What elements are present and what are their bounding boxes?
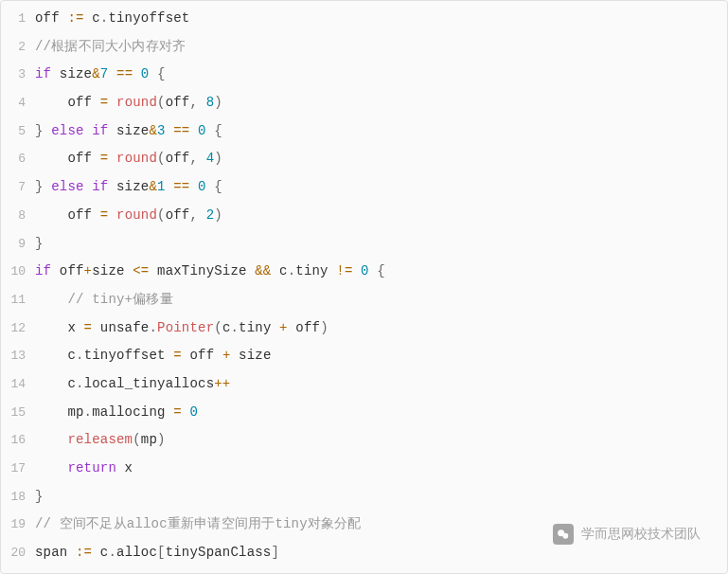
code-token: //根据不同大小内存对齐 <box>35 39 186 54</box>
code-token: 1 <box>157 179 166 194</box>
line-number: 11 <box>1 286 35 314</box>
code-line: 1off := c.tinyoffset <box>1 5 727 33</box>
line-number: 7 <box>1 173 35 202</box>
code-token: c <box>35 376 76 391</box>
code-token: 0 <box>198 179 206 194</box>
code-token: . <box>84 404 93 420</box>
code-line: 11 // tiny+偏移量 <box>1 286 727 314</box>
code-token: . <box>149 320 157 335</box>
code-line: 5} else if size&3 == 0 { <box>1 117 727 146</box>
code-token: := <box>67 10 83 26</box>
line-content: // tiny+偏移量 <box>35 286 727 314</box>
code-token: round <box>116 95 157 110</box>
line-content: mp.mallocing = 0 <box>35 399 727 427</box>
code-line: 8 off = round(off, 2) <box>1 202 727 230</box>
code-token <box>189 179 198 194</box>
code-line: 14 c.local_tinyallocs++ <box>1 370 727 399</box>
code-token: off <box>166 151 190 166</box>
code-token: if <box>35 66 51 81</box>
code-token: ) <box>214 95 222 110</box>
code-token: 4 <box>206 151 215 166</box>
code-token: c <box>35 348 76 363</box>
code-token: , <box>189 207 205 223</box>
code-token: span <box>35 545 76 560</box>
line-content: x = unsafe.Pointer(c.tiny + off) <box>35 314 727 343</box>
code-token: } <box>35 123 51 138</box>
line-content: if size&7 == 0 { <box>35 61 727 89</box>
code-token: ( <box>214 320 222 335</box>
code-token: // 空间不足从alloc重新申请空间用于tiny对象分配 <box>35 516 362 531</box>
line-number: 4 <box>1 89 35 117</box>
code-line: 7} else if size&1 == 0 { <box>1 173 727 202</box>
code-token: , <box>189 151 205 166</box>
code-token <box>108 207 116 223</box>
line-number: 19 <box>1 511 35 539</box>
code-token: == <box>173 123 189 138</box>
line-number: 20 <box>1 539 35 567</box>
code-token: 0 <box>198 123 206 138</box>
code-token: ( <box>133 432 141 447</box>
code-token: == <box>116 66 133 81</box>
code-token: if <box>92 179 108 194</box>
code-line: 4 off = round(off, 8) <box>1 89 727 117</box>
line-content: //根据不同大小内存对齐 <box>35 33 727 62</box>
line-number: 1 <box>1 5 35 33</box>
line-content: } else if size&1 == 0 { <box>35 173 727 202</box>
code-token: round <box>116 151 157 166</box>
code-line: 6 off = round(off, 4) <box>1 145 727 173</box>
code-token: 2 <box>206 207 215 223</box>
code-token: } <box>35 179 51 194</box>
code-token: == <box>173 179 189 194</box>
code-token: off <box>35 95 100 110</box>
code-token: & <box>149 123 157 138</box>
code-token: maxTinySize <box>149 263 255 278</box>
code-token: off <box>288 320 320 335</box>
code-token <box>353 263 362 278</box>
code-token: ++ <box>214 376 230 391</box>
code-token: local_tinyallocs <box>84 376 215 391</box>
code-token: tinyoffset <box>108 10 189 26</box>
code-token: off <box>35 151 100 166</box>
code-token: ) <box>214 207 222 223</box>
code-token: 0 <box>189 404 198 420</box>
code-token <box>84 179 93 194</box>
code-token: ( <box>157 95 166 110</box>
code-token: ] <box>271 545 279 560</box>
code-token: off <box>166 95 190 110</box>
code-line: 3if size&7 == 0 { <box>1 61 727 89</box>
code-token: off <box>182 348 222 363</box>
code-token: 0 <box>361 263 369 278</box>
code-token: size <box>108 123 149 138</box>
code-block: 1off := c.tinyoffset2//根据不同大小内存对齐3if siz… <box>0 0 728 574</box>
code-token: . <box>76 376 84 391</box>
line-number: 16 <box>1 426 35 455</box>
code-line: 2//根据不同大小内存对齐 <box>1 33 727 62</box>
code-token: c <box>92 545 108 560</box>
code-token: + <box>279 320 288 335</box>
code-token: c <box>84 10 100 26</box>
code-token: 8 <box>206 95 215 110</box>
line-content: releasem(mp) <box>35 426 727 455</box>
code-token: := <box>76 545 92 560</box>
code-token <box>84 123 93 138</box>
code-token: ) <box>157 432 166 447</box>
code-token: off <box>35 10 67 26</box>
code-line: 12 x = unsafe.Pointer(c.tiny + off) <box>1 314 727 343</box>
code-token: round <box>116 207 157 223</box>
code-token: 3 <box>157 123 166 138</box>
code-token: { <box>369 263 385 278</box>
code-token <box>189 123 198 138</box>
code-token <box>108 151 116 166</box>
code-token <box>108 66 116 81</box>
code-token: return <box>67 460 116 475</box>
code-token: = <box>84 320 93 335</box>
line-content: } <box>35 230 727 259</box>
line-content: if off+size <= maxTinySize && c.tiny != … <box>35 258 727 286</box>
code-token: mallocing <box>92 404 173 420</box>
code-token: off <box>166 207 190 223</box>
code-token: } <box>35 236 44 251</box>
line-content: off = round(off, 8) <box>35 89 727 117</box>
code-token: , <box>189 95 205 110</box>
code-token: + <box>84 263 93 278</box>
code-token: { <box>206 179 222 194</box>
